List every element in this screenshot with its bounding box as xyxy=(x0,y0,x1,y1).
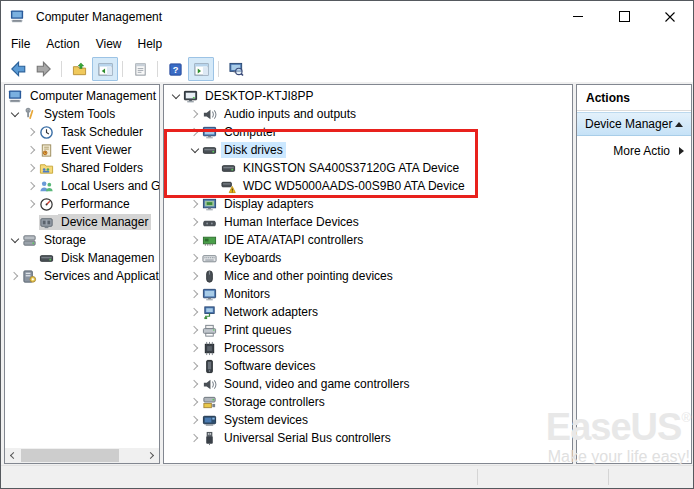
maximize-button[interactable] xyxy=(601,1,647,32)
tree-item-mice-and-other-pointing-devices[interactable]: Mice and other pointing devices xyxy=(164,267,572,285)
collapsed-chevron-icon[interactable] xyxy=(24,123,39,141)
tree-item-kingston-sa400s37120g-ata-device[interactable]: KINGSTON SA400S37120G ATA Device xyxy=(164,159,572,177)
collapsed-chevron-icon[interactable] xyxy=(187,123,202,141)
tree-item-keyboards[interactable]: Keyboards xyxy=(164,249,572,267)
tree-item-sound-video-and-game-controllers[interactable]: Sound, video and game controllers xyxy=(164,375,572,393)
horizontal-scrollbar[interactable] xyxy=(5,448,159,463)
tree-item-task-scheduler[interactable]: Task Scheduler xyxy=(5,123,159,141)
expanded-chevron-icon[interactable] xyxy=(7,231,22,249)
collapsed-chevron-icon[interactable] xyxy=(187,303,202,321)
expanded-chevron-icon[interactable] xyxy=(168,87,183,105)
monitor-icon xyxy=(202,287,221,302)
tree-item-label: Task Scheduler xyxy=(58,124,146,140)
collapsed-chevron-icon[interactable] xyxy=(24,141,39,159)
actions-group-device-manager[interactable]: Device Manager xyxy=(577,112,691,136)
scan-hardware-button[interactable] xyxy=(223,57,249,81)
tree-item-label: System devices xyxy=(221,412,311,428)
actions-pane: Actions Device Manager More Actio xyxy=(576,84,692,464)
menu-action[interactable]: Action xyxy=(38,34,87,54)
menu-file[interactable]: File xyxy=(3,34,38,54)
collapsed-chevron-icon[interactable] xyxy=(187,213,202,231)
forward-button[interactable] xyxy=(31,57,57,81)
tree-item-label: Disk Managemen xyxy=(58,250,157,266)
tree-item-desktop-ktji8pp[interactable]: DESKTOP-KTJI8PP xyxy=(164,87,572,105)
properties-button[interactable] xyxy=(127,57,153,81)
toolbar-separator xyxy=(61,61,62,77)
tree-item-software-devices[interactable]: Software devices xyxy=(164,357,572,375)
doc-icon xyxy=(133,62,148,77)
toolbar-separator xyxy=(218,61,219,77)
tree-item-device-manager[interactable]: Device Manager xyxy=(5,213,159,231)
tree-item-local-users-and-g[interactable]: Local Users and G xyxy=(5,177,159,195)
tree-item-human-interface-devices[interactable]: Human Interface Devices xyxy=(164,213,572,231)
more-actions-item[interactable]: More Actio xyxy=(577,141,691,161)
tree-item-monitors[interactable]: Monitors xyxy=(164,285,572,303)
collapsed-chevron-icon[interactable] xyxy=(187,339,202,357)
expanded-chevron-icon[interactable] xyxy=(187,141,202,159)
tree-item-label: Processors xyxy=(221,340,287,356)
disk-warning-icon xyxy=(221,179,240,194)
tree-item-ide-ata-atapi-controllers[interactable]: IDE ATA/ATAPI controllers xyxy=(164,231,572,249)
tree-item-label: DESKTOP-KTJI8PP xyxy=(202,88,316,104)
tree-item-label: Keyboards xyxy=(221,250,284,266)
tree-item-print-queues[interactable]: Print queues xyxy=(164,321,572,339)
collapsed-chevron-icon[interactable] xyxy=(24,177,39,195)
tree-item-performance[interactable]: Performance xyxy=(5,195,159,213)
help-button[interactable]: ? xyxy=(162,57,188,81)
scroll-right-arrow-icon[interactable] xyxy=(144,448,159,463)
collapsed-chevron-icon[interactable] xyxy=(187,375,202,393)
disk-management-icon xyxy=(39,251,58,266)
tree-item-system-devices[interactable]: System devices xyxy=(164,411,572,429)
scrollbar-thumb[interactable] xyxy=(21,449,119,462)
menu-view[interactable]: View xyxy=(88,34,130,54)
tree-item-label: Mice and other pointing devices xyxy=(221,268,396,284)
collapsed-chevron-icon[interactable] xyxy=(187,249,202,267)
close-button[interactable] xyxy=(647,1,693,32)
collapse-arrow-icon[interactable] xyxy=(675,122,683,127)
expanded-chevron-icon[interactable] xyxy=(7,105,22,123)
collapsed-chevron-icon[interactable] xyxy=(187,267,202,285)
collapsed-chevron-icon[interactable] xyxy=(7,267,22,285)
tree-item-disk-drives[interactable]: Disk drives xyxy=(164,141,572,159)
collapsed-chevron-icon[interactable] xyxy=(187,393,202,411)
window-title: Computer Management xyxy=(36,10,162,24)
tree-item-event-viewer[interactable]: Event Viewer xyxy=(5,141,159,159)
tree-item-label: Human Interface Devices xyxy=(221,214,362,230)
shared-folders-icon xyxy=(39,161,58,176)
tree-item-shared-folders[interactable]: Shared Folders xyxy=(5,159,159,177)
tree-item-computer-management[interactable]: Computer Management xyxy=(5,87,159,105)
scan-icon xyxy=(229,62,244,77)
back-button[interactable] xyxy=(5,57,31,81)
collapsed-chevron-icon[interactable] xyxy=(24,159,39,177)
tree-item-audio-inputs-and-outputs[interactable]: Audio inputs and outputs xyxy=(164,105,572,123)
software-icon xyxy=(202,359,221,374)
tree-item-services-and-applicat[interactable]: Services and Applicat xyxy=(5,267,159,285)
tree-item-network-adapters[interactable]: Network adapters xyxy=(164,303,572,321)
tree-item-computer[interactable]: Computer xyxy=(164,123,572,141)
up-level-folder-button[interactable] xyxy=(66,57,92,81)
menu-help[interactable]: Help xyxy=(130,34,171,54)
tree-item-wdc-wd5000aads-00s9b0-ata-device[interactable]: WDC WD5000AADS-00S9B0 ATA Device xyxy=(164,177,572,195)
console-tree-toggle-button[interactable] xyxy=(92,57,118,81)
tree-item-system-tools[interactable]: System Tools xyxy=(5,105,159,123)
collapsed-chevron-icon[interactable] xyxy=(187,105,202,123)
tree-item-universal-serial-bus-controllers[interactable]: Universal Serial Bus controllers xyxy=(164,429,572,447)
collapsed-chevron-icon[interactable] xyxy=(187,285,202,303)
tree-item-storage[interactable]: Storage xyxy=(5,231,159,249)
tree-item-display-adapters[interactable]: Display adapters xyxy=(164,195,572,213)
collapsed-chevron-icon[interactable] xyxy=(187,321,202,339)
minimize-button[interactable] xyxy=(555,1,601,32)
collapsed-chevron-icon[interactable] xyxy=(187,195,202,213)
tree-item-disk-managemen[interactable]: Disk Managemen xyxy=(5,249,159,267)
action-pane-toggle-button[interactable] xyxy=(188,57,214,81)
tree-item-label: Audio inputs and outputs xyxy=(221,106,359,122)
tree-item-processors[interactable]: Processors xyxy=(164,339,572,357)
collapsed-chevron-icon[interactable] xyxy=(187,357,202,375)
tree-item-storage-controllers[interactable]: Storage controllers xyxy=(164,393,572,411)
collapsed-chevron-icon[interactable] xyxy=(24,195,39,213)
hid-icon xyxy=(202,215,221,230)
collapsed-chevron-icon[interactable] xyxy=(187,429,202,447)
collapsed-chevron-icon[interactable] xyxy=(187,231,202,249)
scroll-left-arrow-icon[interactable] xyxy=(5,448,20,463)
collapsed-chevron-icon[interactable] xyxy=(187,411,202,429)
